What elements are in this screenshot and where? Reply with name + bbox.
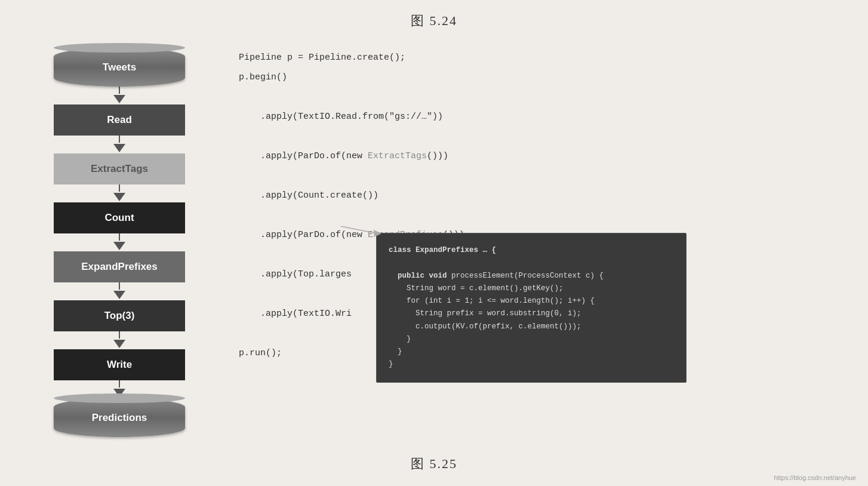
arrow-line-7 xyxy=(119,380,120,387)
expandprefixes-label: ExpandPrefixes xyxy=(81,261,158,273)
node-predictions: Predictions xyxy=(24,398,215,437)
arrow-down-5 xyxy=(113,291,125,299)
read-label: Read xyxy=(107,114,132,126)
arrow-line-2 xyxy=(119,136,120,143)
write-node: Write xyxy=(54,349,185,380)
tweets-label: Tweets xyxy=(103,61,136,73)
extracttags-label: ExtractTags xyxy=(91,163,148,175)
code-line-9 xyxy=(239,205,844,225)
top3-node: Top(3) xyxy=(54,300,185,331)
code-line-3 xyxy=(239,87,844,107)
code-line-4: .apply(TextIO.Read.from("gs://…")) xyxy=(239,107,844,127)
node-expandprefixes: ExpandPrefixes xyxy=(24,251,215,282)
top3-label: Top(3) xyxy=(104,310,135,322)
code-line-2: p.begin() xyxy=(239,67,844,87)
arrow-line xyxy=(119,87,120,94)
node-top3: Top(3) xyxy=(24,300,215,331)
node-count: Count xyxy=(24,202,215,233)
read-node: Read xyxy=(54,104,185,136)
arrow-down-4 xyxy=(113,242,125,250)
tweets-node: Tweets xyxy=(54,48,185,87)
arrow-down xyxy=(113,95,125,103)
count-label: Count xyxy=(104,212,134,224)
arrow-line-3 xyxy=(119,184,120,192)
node-tweets: Tweets xyxy=(24,48,215,87)
arrow-line-4 xyxy=(119,233,120,241)
write-label: Write xyxy=(107,359,132,371)
expandprefixes-node: ExpandPrefixes xyxy=(54,251,185,282)
extracttags-node: ExtractTags xyxy=(54,153,185,184)
node-read: Read xyxy=(24,104,215,136)
connector-svg xyxy=(341,217,383,236)
predictions-label: Predictions xyxy=(92,412,147,424)
count-node: Count xyxy=(54,202,185,233)
code-line-8: .apply(Count.create()) xyxy=(239,186,844,205)
pipeline-diagram: Tweets Read ExtractTags xyxy=(24,42,215,437)
figure-title-top: 图 5.24 xyxy=(411,12,457,30)
arrow-down-2 xyxy=(113,144,125,152)
figure-title-bottom: 图 5.25 xyxy=(411,455,457,473)
main-content: Tweets Read ExtractTags xyxy=(24,42,844,437)
arrow-down-3 xyxy=(113,193,125,201)
code-line-1: Pipeline p = Pipeline.create(); xyxy=(239,48,844,67)
predictions-node: Predictions xyxy=(54,398,185,437)
page: 图 5.24 Tweets Read xyxy=(0,0,868,486)
code-area: Pipeline p = Pipeline.create(); p.begin(… xyxy=(239,42,844,363)
arrow-line-6 xyxy=(119,331,120,339)
node-extracttags: ExtractTags xyxy=(24,153,215,184)
code-line-6: .apply(ParDo.of(new ExtractTags())) xyxy=(239,146,844,166)
node-write: Write xyxy=(24,349,215,380)
code-line-5 xyxy=(239,127,844,146)
arrow-line-5 xyxy=(119,282,120,290)
popup-code-box: class ExpandPrefixes … { public void pro… xyxy=(376,233,687,383)
watermark: https://blog.csdn.net/anyhue xyxy=(774,474,856,481)
popup-code-text: class ExpandPrefixes … { public void pro… xyxy=(389,244,674,371)
arrow-down-6 xyxy=(113,340,125,348)
svg-line-0 xyxy=(341,226,377,233)
svg-marker-1 xyxy=(374,230,381,236)
code-line-7 xyxy=(239,166,844,186)
